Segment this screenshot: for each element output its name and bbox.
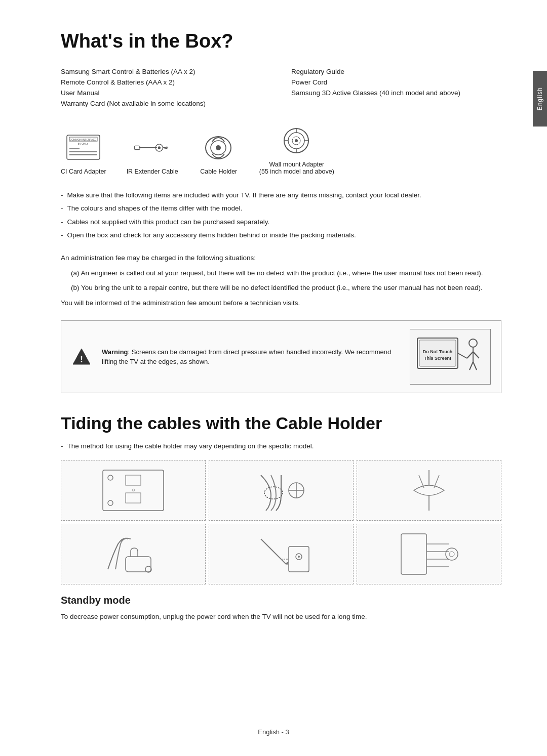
cable-images-bottom <box>61 524 501 584</box>
svg-point-58 <box>298 556 300 558</box>
svg-rect-52 <box>126 557 151 572</box>
svg-point-44 <box>264 487 283 499</box>
warning-bold: Warning <box>102 348 128 356</box>
standby-section: Standby mode To decrease power consumpti… <box>61 595 501 622</box>
notes-list: - Make sure that the following items are… <box>61 190 501 240</box>
admin-item-a: (a) An engineer is called out at your re… <box>71 268 501 279</box>
item-3: Remote Control & Batteries (AAA x 2) <box>61 77 271 88</box>
page-container: English What's in the Box? Samsung Smart… <box>0 0 547 756</box>
note-item-3: - Cables not supplied with this product … <box>61 217 501 227</box>
svg-text:This Screen!: This Screen! <box>424 356 451 361</box>
footer-text: English - 3 <box>258 728 289 736</box>
svg-rect-42 <box>126 493 141 503</box>
cable-holder-image <box>199 131 239 164</box>
svg-point-16 <box>216 145 221 150</box>
svg-point-39 <box>108 475 113 480</box>
svg-point-20 <box>295 139 298 142</box>
warning-body: : Screens can be damaged from direct pre… <box>102 348 391 366</box>
items-grid: Samsung Smart Control & Batteries (AA x … <box>61 66 501 109</box>
note-dash-3: - <box>61 217 63 227</box>
cable-img-5 <box>209 524 354 584</box>
icon-wall-mount: Wall mount Adapter (55 inch model and ab… <box>259 124 334 175</box>
ci-card-label: CI Card Adapter <box>61 168 106 175</box>
svg-point-66 <box>449 552 454 557</box>
icon-ci-card: COMMON INTERFACE 5V ONLY CI Card Adapter <box>61 131 106 175</box>
cable-img-4 <box>61 524 206 584</box>
svg-text:Do Not Touch: Do Not Touch <box>423 349 452 354</box>
admin-note: You will be informed of the administrati… <box>61 298 501 309</box>
svg-rect-56 <box>289 547 309 572</box>
page-footer: English - 3 <box>0 728 547 736</box>
note-text-2: The colours and shapes of the items diff… <box>67 203 243 214</box>
standby-text: To decrease power consumption, unplug th… <box>61 611 501 622</box>
svg-point-9 <box>158 146 160 149</box>
svg-point-29 <box>469 339 477 347</box>
items-col-right: Regulatory Guide Power Cord Samsung 3D A… <box>291 66 501 109</box>
cable-img-1: ⊙ <box>61 460 206 521</box>
cable-holder-label: Cable Holder <box>200 168 237 175</box>
item-2: Regulatory Guide <box>291 66 501 77</box>
warning-box: ! Warning: Screens can be damaged from d… <box>61 320 501 393</box>
section2-title: Tiding the cables with the Cable Holder <box>61 413 501 433</box>
note-item-4: - Open the box and check for any accesso… <box>61 230 501 240</box>
svg-line-50 <box>419 475 424 488</box>
svg-line-35 <box>458 353 467 358</box>
cable-img-2 <box>209 460 354 521</box>
section1-title: What's in the Box? <box>61 30 501 52</box>
item-7: Warranty Card (Not available in some loc… <box>61 98 271 109</box>
ir-cable-image <box>132 131 173 164</box>
svg-rect-41 <box>126 475 141 485</box>
icon-cable-holder: Cable Holder <box>199 131 239 175</box>
svg-line-34 <box>473 362 477 370</box>
svg-line-32 <box>473 352 479 358</box>
ir-cable-label: IR Extender Cable <box>127 168 178 175</box>
item-4: Power Cord <box>291 77 501 88</box>
note-text-3: Cables not supplied with this product ca… <box>67 217 270 227</box>
svg-rect-5 <box>69 151 97 152</box>
svg-point-65 <box>446 548 458 560</box>
admin-intro: An administration fee may be charged in … <box>61 253 501 264</box>
wall-mount-label: Wall mount Adapter (55 inch model and ab… <box>259 161 334 175</box>
item-5: User Manual <box>61 88 271 98</box>
icon-ir-cable: IR Extender Cable <box>127 131 178 175</box>
section2-note: - The method for using the cable holder … <box>61 441 501 451</box>
warning-image: Do Not Touch This Screen! <box>410 329 491 385</box>
note-item-1: - Make sure that the following items are… <box>61 190 501 200</box>
cable-img-6 <box>357 524 501 584</box>
svg-rect-4 <box>69 148 80 149</box>
item-1: Samsung Smart Control & Batteries (AA x … <box>61 66 271 77</box>
svg-text:!: ! <box>80 354 83 364</box>
svg-line-51 <box>434 475 439 488</box>
warning-text: Warning: Screens can be damaged from dir… <box>102 347 400 367</box>
side-tab: English <box>533 71 547 127</box>
note-dash-2: - <box>61 203 63 214</box>
note-text-4: Open the box and check for any accessory… <box>67 230 356 240</box>
admin-item-b: (b) You bring the unit to a repair centr… <box>71 282 501 293</box>
admin-section: An administration fee may be charged in … <box>61 253 501 308</box>
item-6: Samsung 3D Active Glasses (40 inch model… <box>291 88 501 98</box>
section2-note-text: The method for using the cable holder ma… <box>67 441 314 451</box>
note-text-1: Make sure that the following items are i… <box>67 190 421 200</box>
accessories-icons-row: COMMON INTERFACE 5V ONLY CI Card Adapter <box>61 124 501 175</box>
svg-line-54 <box>261 539 286 564</box>
ci-card-image: COMMON INTERFACE 5V ONLY <box>63 131 104 164</box>
svg-line-33 <box>470 362 473 370</box>
cable-images-top: ⊙ <box>61 460 501 521</box>
side-tab-label: English <box>536 87 543 110</box>
note-dash-4: - <box>61 230 63 240</box>
svg-marker-55 <box>285 562 289 565</box>
svg-text:COMMON INTERFACE: COMMON INTERFACE <box>70 138 97 141</box>
svg-point-53 <box>145 566 151 572</box>
wall-mount-image <box>277 124 317 157</box>
warning-icon: ! <box>71 347 92 367</box>
standby-title: Standby mode <box>61 595 501 606</box>
svg-line-31 <box>467 352 473 358</box>
svg-text:⊙: ⊙ <box>132 488 135 492</box>
svg-rect-6 <box>69 154 97 155</box>
svg-point-40 <box>108 500 113 506</box>
svg-text:5V ONLY: 5V ONLY <box>78 142 89 145</box>
note-item-2: - The colours and shapes of the items di… <box>61 203 501 214</box>
items-col-left: Samsung Smart Control & Batteries (AA x … <box>61 66 271 109</box>
cable-img-3 <box>357 460 501 521</box>
svg-rect-60 <box>401 534 426 574</box>
